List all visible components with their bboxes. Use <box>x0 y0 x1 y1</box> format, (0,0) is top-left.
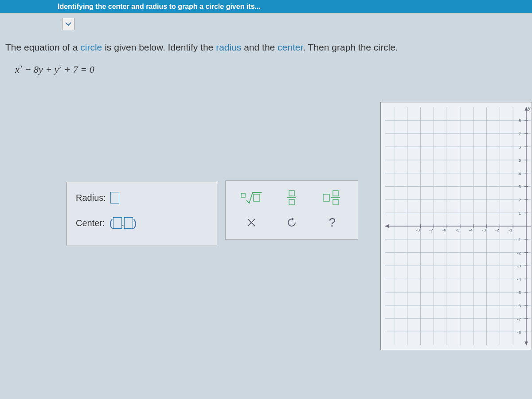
center-y-input[interactable] <box>124 217 133 229</box>
question-text: The equation of a circle is given below.… <box>5 40 527 55</box>
page-title: Identifying the center and radius to gra… <box>58 3 261 11</box>
center-x-input[interactable] <box>113 217 122 229</box>
math-toolbox: ? <box>225 180 358 240</box>
svg-text:-8: -8 <box>416 227 420 232</box>
radius-label: Radius: <box>76 193 106 203</box>
answer-box: Radius: Center: ( , ) <box>66 182 217 246</box>
svg-text:-1: -1 <box>517 237 521 242</box>
svg-text:-4: -4 <box>517 277 521 282</box>
close-paren: ) <box>133 217 137 229</box>
svg-text:-3: -3 <box>482 227 486 232</box>
fraction-icon <box>286 190 297 206</box>
close-icon <box>246 218 256 227</box>
svg-text:-8: -8 <box>517 330 521 335</box>
open-paren: ( <box>110 217 113 229</box>
help-icon: ? <box>329 215 336 230</box>
svg-rect-2 <box>289 191 294 196</box>
svg-text:-5: -5 <box>517 290 521 295</box>
svg-text:7: 7 <box>519 131 521 136</box>
svg-text:-6: -6 <box>442 227 446 232</box>
y-tick-labels-neg: -1 -2 -3 -4 -5 -6 -7 -8 <box>517 237 521 335</box>
y-tick-labels-pos: 8 7 6 5 4 3 2 1 <box>519 118 521 215</box>
svg-text:-2: -2 <box>517 250 521 255</box>
svg-text:-1: -1 <box>509 227 512 232</box>
center-label: Center: <box>76 218 105 228</box>
help-button[interactable]: ? <box>319 213 345 232</box>
svg-text:3: 3 <box>519 184 521 189</box>
question-panel: The equation of a circle is given below.… <box>0 33 532 75</box>
clear-button[interactable] <box>238 213 265 232</box>
svg-text:4: 4 <box>519 171 521 176</box>
link-center[interactable]: center <box>278 42 303 52</box>
svg-text:8: 8 <box>519 118 521 123</box>
mixed-number-icon <box>322 190 342 206</box>
radius-input[interactable] <box>110 192 119 203</box>
page-header: Identifying the center and radius to gra… <box>0 0 532 13</box>
nth-root-button[interactable] <box>238 188 265 207</box>
graph-panel[interactable]: y -8 -7 -6 -5 -4 -3 -2 -1 8 7 6 5 4 3 2 … <box>380 102 532 350</box>
mixed-number-button[interactable] <box>319 188 345 207</box>
collapse-toggle[interactable] <box>62 18 74 30</box>
svg-rect-5 <box>323 194 329 201</box>
svg-text:-6: -6 <box>517 303 521 308</box>
reset-button[interactable] <box>278 213 305 232</box>
svg-text:-3: -3 <box>517 263 521 268</box>
undo-icon <box>286 217 297 228</box>
svg-text:-2: -2 <box>495 227 499 232</box>
root-icon <box>240 191 262 205</box>
y-axis-label: y <box>528 106 531 111</box>
svg-rect-1 <box>254 194 260 201</box>
svg-text:-5: -5 <box>456 227 460 232</box>
svg-rect-8 <box>333 200 338 205</box>
link-circle[interactable]: circle <box>80 42 102 52</box>
svg-text:-4: -4 <box>469 227 473 232</box>
svg-text:5: 5 <box>519 158 521 163</box>
chevron-down-icon <box>65 22 71 26</box>
radius-row: Radius: <box>76 192 208 203</box>
svg-text:6: 6 <box>519 145 521 149</box>
equation: x2 − 8y + y2 + 7 = 0 <box>15 64 527 75</box>
svg-rect-0 <box>241 193 245 197</box>
svg-rect-4 <box>289 200 294 205</box>
coordinate-grid[interactable]: y -8 -7 -6 -5 -4 -3 -2 -1 8 7 6 5 4 3 2 … <box>381 102 532 350</box>
svg-text:-7: -7 <box>517 317 521 321</box>
svg-text:-7: -7 <box>429 227 433 232</box>
svg-text:2: 2 <box>519 197 521 202</box>
fraction-button[interactable] <box>278 188 305 207</box>
link-radius[interactable]: radius <box>216 42 241 52</box>
svg-rect-6 <box>333 191 338 196</box>
svg-text:1: 1 <box>519 211 521 215</box>
x-tick-labels: -8 -7 -6 -5 -4 -3 -2 -1 <box>416 227 512 232</box>
center-row: Center: ( , ) <box>76 217 208 229</box>
